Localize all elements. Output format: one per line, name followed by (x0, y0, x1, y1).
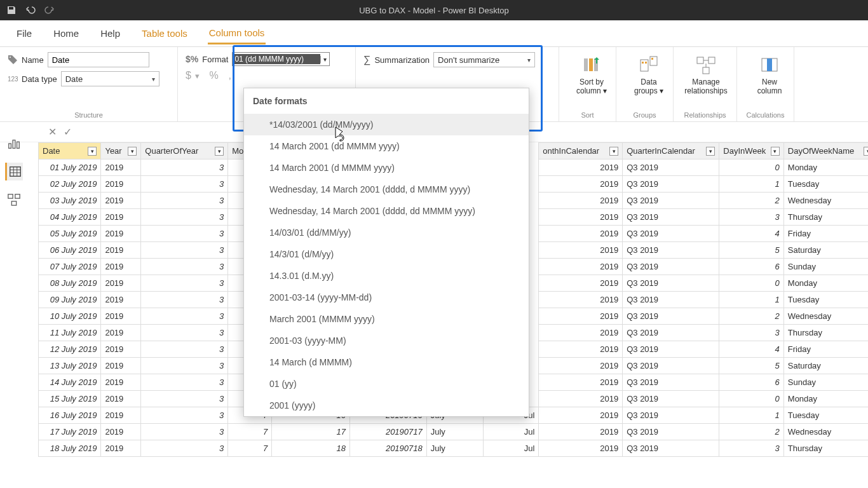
commit-formula-icon[interactable]: ✓ (60, 126, 75, 138)
svg-rect-10 (709, 57, 715, 64)
table-row[interactable]: 18 July 20192019371820190718JulyJul2019Q… (39, 440, 869, 457)
view-switcher (5, 135, 31, 208)
col-quarter[interactable]: QuarterOfYear▾ (141, 143, 228, 159)
tag-icon (8, 55, 18, 65)
data-groups-button[interactable]: Datagroups ▾ (624, 52, 674, 95)
report-view-icon[interactable] (5, 135, 23, 152)
date-formats-popup: Date formats *14/03/2001 (dd/MM/yyyy)14 … (243, 88, 529, 417)
col-dayofweekname[interactable]: DayOfWeekName▾ (783, 143, 868, 159)
format-option[interactable]: March 2001 (MMMM yyyy) (244, 308, 529, 330)
newcolumn-icon (759, 55, 780, 75)
relationships-icon (696, 55, 716, 75)
svg-rect-19 (15, 194, 20, 198)
format-select[interactable]: 01 (dd MMMM yyyy)▾ (232, 52, 330, 66)
format-option[interactable]: Wednesday, 14 March 2001 (dddd, d MMMM y… (244, 179, 529, 200)
svg-rect-5 (642, 62, 644, 64)
format-option[interactable]: 2001-03 (yyyy-MM) (244, 330, 529, 351)
manage-relationships-button[interactable]: Managerelationships (681, 52, 731, 95)
svg-rect-20 (11, 201, 16, 205)
col-year[interactable]: Year▾ (101, 143, 141, 159)
svg-rect-6 (645, 62, 647, 64)
new-column-button[interactable]: Newcolumn (745, 52, 794, 95)
table-row[interactable]: 17 July 20192019371720190717JulyJul2019Q… (39, 424, 869, 440)
format-option[interactable]: *14/03/2001 (dd/MM/yyyy) (244, 114, 529, 135)
summarization-label: Summarization (374, 55, 430, 65)
col-quarterincal[interactable]: QuarterInCalendar▾ (623, 143, 719, 159)
svg-rect-9 (697, 57, 703, 64)
tab-column-tools[interactable]: Column tools (208, 22, 266, 44)
svg-rect-8 (651, 58, 653, 60)
format-label: Format (202, 55, 228, 64)
format-option[interactable]: 14 March 2001 (dd MMMM yyyy) (244, 135, 529, 157)
datatype-icon: 123 (8, 74, 18, 84)
undo-icon[interactable] (25, 5, 36, 15)
tab-help[interactable]: Help (99, 23, 121, 44)
data-view-icon[interactable] (5, 163, 23, 180)
svg-rect-2 (589, 58, 593, 71)
tab-home[interactable]: Home (52, 23, 80, 44)
save-icon[interactable] (6, 5, 17, 15)
svg-rect-11 (703, 67, 709, 74)
datagroups-icon (639, 55, 659, 75)
summarization-select[interactable]: Don't summarize▾ (433, 52, 535, 67)
format-option[interactable]: 14 March (d MMMM) (244, 351, 529, 373)
datatype-label: Data type (22, 74, 57, 84)
format-option[interactable]: 2001-03-14 (yyyy-MM-dd) (244, 287, 529, 308)
svg-text:123: 123 (8, 76, 18, 83)
svg-rect-15 (13, 140, 15, 149)
format-option[interactable]: 2001 (yyyy) (244, 395, 529, 416)
redo-icon[interactable] (44, 5, 55, 15)
ribbon-tabs: File Home Help Table tools Column tools (0, 20, 868, 47)
model-view-icon[interactable] (5, 191, 23, 208)
sort-icon (581, 55, 602, 75)
svg-rect-18 (8, 194, 13, 198)
title-bar: UBG to DAX - Model - Power BI Desktop (0, 0, 868, 20)
col-date[interactable]: Date▾ (39, 143, 101, 159)
tab-table-tools[interactable]: Table tools (140, 23, 189, 44)
group-structure: Structure (8, 111, 170, 119)
svg-rect-14 (9, 144, 11, 148)
format-option[interactable]: 14 March 2001 (d MMMM yyyy) (244, 157, 529, 179)
svg-rect-7 (650, 57, 657, 65)
format-option[interactable]: 14/3/01 (d/M/yy) (244, 243, 529, 265)
name-label: Name (22, 55, 44, 65)
svg-rect-4 (641, 60, 648, 71)
format-option[interactable]: 14/03/01 (dd/MM/yy) (244, 222, 529, 243)
col-dayinweek[interactable]: DayInWeek▾ (719, 143, 783, 159)
svg-rect-13 (767, 58, 772, 71)
window-title: UBG to DAX - Model - Power BI Desktop (359, 6, 509, 15)
format-option[interactable]: 01 (yy) (244, 373, 529, 395)
tab-file[interactable]: File (15, 23, 33, 44)
col-monthincal[interactable]: onthInCalendar▾ (539, 143, 623, 159)
cancel-formula-icon[interactable]: ✕ (44, 126, 60, 138)
format-option[interactable]: 14.3.01 (d.M.yy) (244, 265, 529, 287)
name-input[interactable] (48, 52, 149, 67)
svg-rect-17 (10, 167, 20, 177)
format-option[interactable]: Wednesday, 14 March 2001 (dddd, dd MMMM … (244, 200, 529, 222)
sort-by-column-button[interactable]: Sort bycolumn ▾ (567, 52, 616, 95)
popup-header: Date formats (244, 88, 529, 114)
datatype-select[interactable]: Date▾ (61, 71, 159, 86)
svg-rect-16 (17, 142, 20, 148)
svg-rect-1 (584, 58, 588, 71)
